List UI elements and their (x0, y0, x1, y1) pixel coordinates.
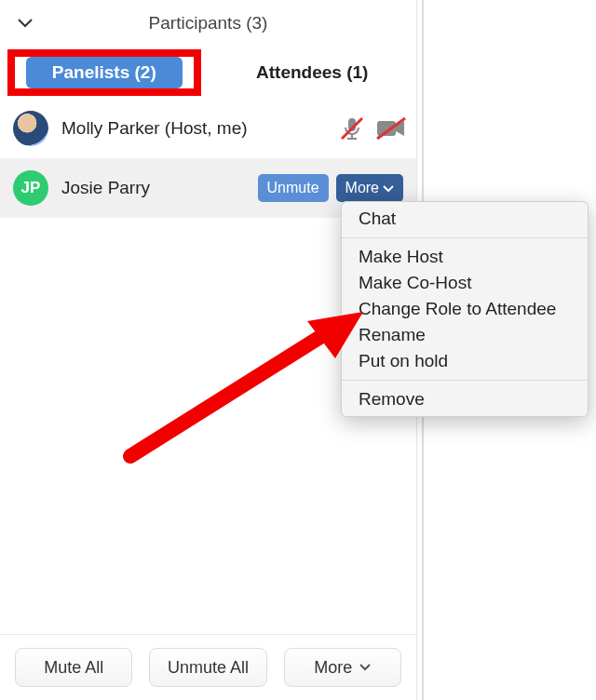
menu-separator (342, 380, 588, 381)
menu-item-chat[interactable]: Chat (342, 206, 588, 232)
status-icons (338, 116, 403, 141)
avatar-initials: JP (21, 179, 41, 197)
chevron-down-icon (359, 664, 371, 671)
chevron-down-icon (383, 180, 394, 196)
unmute-all-label: Unmute All (168, 658, 249, 678)
unmute-label: Unmute (267, 180, 319, 196)
participant-name: Josie Parry (61, 178, 258, 198)
tabs: Panelists (2) Attendees (1) (0, 47, 416, 99)
avatar (13, 111, 48, 146)
footer-more-button[interactable]: More (284, 648, 401, 687)
tab-panelists-label: Panelists (2) (26, 57, 183, 88)
unmute-button[interactable]: Unmute (258, 174, 329, 202)
unmute-all-button[interactable]: Unmute All (149, 648, 266, 687)
menu-item-make-host[interactable]: Make Host (342, 244, 588, 270)
tab-attendees[interactable]: Attendees (1) (209, 47, 417, 99)
more-button[interactable]: More (336, 174, 403, 202)
participant-row-host[interactable]: Molly Parker (Host, me) (0, 99, 416, 158)
avatar: JP (13, 170, 48, 206)
more-label: More (345, 180, 379, 196)
menu-item-make-cohost[interactable]: Make Co-Host (342, 270, 588, 296)
chevron-down-icon (18, 19, 33, 28)
context-menu: Chat Make Host Make Co-Host Change Role … (341, 201, 589, 417)
collapse-button[interactable] (9, 7, 41, 39)
mute-all-button[interactable]: Mute All (15, 648, 132, 687)
menu-item-change-role[interactable]: Change Role to Attendee (342, 296, 588, 322)
tab-attendees-label: Attendees (1) (256, 62, 368, 83)
tab-panelists[interactable]: Panelists (2) (0, 47, 209, 99)
mic-muted-icon (338, 116, 366, 141)
footer-toolbar: Mute All Unmute All More (0, 634, 416, 700)
footer-more-label: More (314, 658, 352, 678)
video-off-icon (375, 116, 403, 141)
mute-all-label: Mute All (44, 658, 103, 678)
menu-separator (342, 237, 588, 238)
menu-item-remove[interactable]: Remove (342, 386, 588, 412)
menu-item-rename[interactable]: Rename (342, 322, 588, 348)
menu-item-put-on-hold[interactable]: Put on hold (342, 348, 588, 374)
panel-title: Participants (3) (41, 13, 375, 34)
participant-name: Molly Parker (Host, me) (61, 118, 338, 139)
panel-header: Participants (3) (0, 0, 416, 47)
